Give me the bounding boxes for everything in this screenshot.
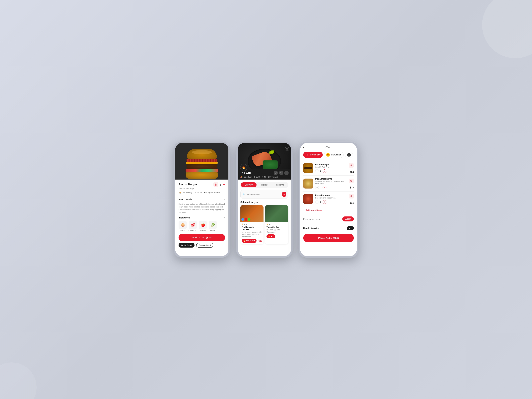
trash-icon: 🗑 [215,183,217,186]
add-fig-to-cart-button[interactable]: 🔥 Add to cart [242,239,257,243]
food-hero-image [175,143,228,180]
margherita-price: $12 [350,186,354,189]
margherita-cart-subtitle: Vine ripe tomatoes, mozzarella and fresh… [315,180,347,184]
burger-cart-subtitle: Jerrell's Betr Brgr [315,166,347,168]
tomatillo-desc: Poached egg with Canadian ... [266,229,287,233]
add-tomatillo-button[interactable]: 🔥 A... [266,234,275,238]
peperoni-image-render [303,194,313,204]
burger-cart-info: Bacon Burger Jerrell's Betr Brgr − 2 + [315,163,347,173]
margherita-minus-button[interactable]: − [315,186,319,189]
fig-card-footer: 🔥 Add to cart $16 [242,239,262,243]
filter-button[interactable]: ≡ [282,192,286,197]
peperoni-price: $15 [350,202,354,204]
tomato-label: Tomato [200,230,206,232]
margherita-quantity-controls: − 1 + [315,186,347,189]
peperoni-cart-name: Pizza Peperoni [315,194,347,196]
food-detail-content: Bacon Burger 🗑 1 + Jerrell's Betr Brgr 🚚… [175,180,228,250]
restaurant-meta: 🚚 Free delivery ⏱ 25-30 ★ 4.5 (263 revie… [240,176,289,178]
cart-header: ‹ Cart [303,146,354,149]
bread-options: White Bread Sesame Seed [178,243,225,247]
screen-restaurant-menu: ⚔ 🔥 The Grill ↗ ♡ ••• [238,143,291,256]
crown-shy-logo: C [305,153,309,157]
greens-garnish [263,160,278,169]
utensils-yes-button[interactable]: Y... [347,226,354,230]
share-button[interactable]: ↗ [274,171,278,175]
cart-title: Cart [325,146,331,149]
margherita-quantity: 1 [320,186,321,189]
ingredient-ground-beef[interactable]: 🥩 Ground B... [189,221,197,232]
item-name: Bacon Burger [178,183,197,186]
margherita-plus-button[interactable]: + [323,186,326,189]
crown-shy-tab[interactable]: C Crown Shy [303,152,323,158]
restaurant-name-row: The Grill ↗ ♡ ••• [240,171,289,175]
third-restaurant-tab[interactable]: ... [345,152,353,158]
tomatillo-rating: ★ 4/5 [266,223,287,225]
sesame-seed-option[interactable]: Sesame Seed [196,243,213,247]
add-to-cart-button[interactable]: Add To Cart ($24) [178,234,225,241]
macdonald-tab[interactable]: M MacDonald [324,152,344,158]
bacon-layer [187,159,217,162]
star-icon: ★ [204,191,206,194]
phone-frame-3: ‹ Cart C Crown Shy M MacDonald ... [298,141,358,258]
fig-rating: ★ 4/5 [242,223,262,225]
phone-frame-2: ⚔ 🔥 The Grill ↗ ♡ ••• [236,141,293,258]
bookmark-button[interactable]: ♡ [279,171,283,175]
ingredient-header[interactable]: Ingredient ∨ [178,216,225,219]
delete-button[interactable]: 🗑 [213,182,218,187]
cheese-layer [186,162,218,164]
delivery-tab[interactable]: Delivery [241,182,257,187]
add-more-items[interactable]: + Add more Items [303,206,354,214]
burger-cart-name: Bacon Burger [315,163,347,166]
share-buttons: ↗ ♡ ••• [274,171,289,175]
apply-promo-button[interactable]: Apply [342,216,354,222]
selected-for-you-section: Selected for you [241,201,288,244]
restaurant-tabs: C Crown Shy M MacDonald ... [303,152,354,158]
food-cards-row: ★ 4/5 Fig-Balsamic Chicken In this heart… [241,205,288,244]
crown-shy-label: Crown Shy [310,154,321,156]
add-circle-icon: + [303,209,305,212]
utensils-label: Need Utensils [303,227,319,230]
flame-icon: 🔥 [242,165,246,169]
screen-food-detail: Bacon Burger 🗑 1 + Jerrell's Betr Brgr 🚚… [175,143,228,256]
white-bread-option[interactable]: White Bread [178,243,195,247]
burger-price: $24 [350,171,354,173]
ingredient-onion[interactable]: 🧅 Onion [178,221,187,232]
tomatillo-name: Tomatillo C... [266,226,287,228]
food-details-title: Food details [178,198,192,201]
more-button[interactable]: ••• [284,171,289,175]
divider-1 [178,196,225,196]
fig-chicken-desc: In this hearty recipe, a rich, bright, a… [242,231,262,238]
margherita-cart-name: Pizza Margherita [315,177,347,180]
tomatillo-card-body: ★ 4/5 Tomatillo C... Poached egg with Ca… [265,222,288,240]
screen-cart: ‹ Cart C Crown Shy M MacDonald ... [300,143,357,256]
fork-icon: ⚔ [285,146,289,152]
reserve-tab[interactable]: Reserve [272,182,288,187]
place-order-button[interactable]: Place Order ($65) [303,234,354,242]
back-button[interactable]: ‹ [303,146,304,149]
burger-delete-button[interactable]: 🗑 [349,163,354,168]
search-input[interactable] [247,193,281,196]
burger-quantity-controls: − 2 + [315,169,347,173]
quantity-plus-button[interactable]: + [223,182,225,187]
search-bar: 🔍 ≡ [241,190,288,198]
pickup-tab[interactable]: Pickup [257,182,272,187]
peperoni-delete-button[interactable]: 🗑 [349,194,354,198]
peperoni-quantity: 1 [320,201,321,203]
time-meta: ⏱ 25-30 [254,176,260,178]
fig-chicken-image [241,205,264,222]
rating-text: ★ 4.5 (263 reviews) [204,191,220,194]
fig-price: $16 [259,240,262,242]
ingredient-lettuce[interactable]: 🥬 lettuce [209,221,217,232]
food-details-header[interactable]: Food details ∨ [178,198,225,201]
flame-add-icon: 🔥 [243,240,245,242]
margherita-delete-button[interactable]: 🗑 [349,178,354,183]
clock-icon: ⏱ [195,192,196,194]
promo-code-input[interactable] [303,218,341,220]
item-header: Bacon Burger 🗑 1 + [178,182,225,187]
burger-plus-button[interactable]: + [323,169,326,173]
utensils-toggle: Y... [347,226,354,230]
ingredient-tomato[interactable]: 🍅 Tomato [199,221,207,232]
ground-beef-icon: 🥩 [189,221,197,229]
peperoni-minus-button[interactable]: − [315,200,319,204]
burger-minus-button[interactable]: − [315,169,319,173]
